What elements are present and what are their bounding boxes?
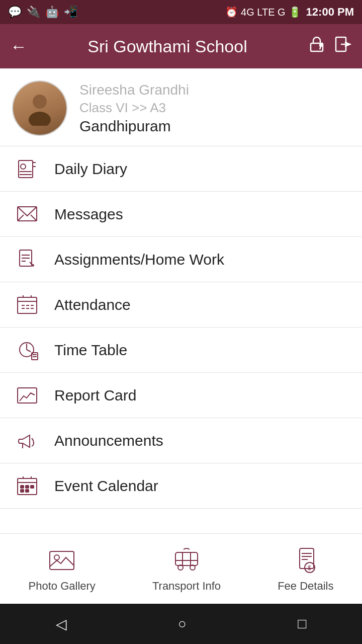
svg-line-2 (320, 46, 321, 49)
menu-item-event-calendar[interactable]: Event Calendar (0, 463, 362, 509)
attendance-icon (14, 292, 40, 318)
svg-point-5 (33, 95, 47, 109)
avatar (12, 80, 67, 136)
system-nav: ◁ ○ □ (0, 604, 362, 644)
app-bar: ← Sri Gowthami School (0, 24, 362, 68)
svg-point-6 (29, 112, 51, 126)
student-name: Sireesha Grandhi (79, 82, 189, 98)
svg-rect-45 (21, 490, 24, 492)
status-bar: 💬 🔌 🤖 📲 ⏰ 4G LTE G 🔋 12:00 PM (0, 0, 362, 24)
time-table-icon (14, 337, 40, 363)
alarm-icon: ⏰ (225, 6, 238, 18)
svg-rect-43 (26, 486, 29, 488)
announcements-icon (14, 428, 40, 454)
status-right: ⏰ 4G LTE G 🔋 12:00 PM (225, 6, 354, 19)
daily-diary-label: Daily Diary (54, 160, 127, 178)
svg-point-8 (21, 164, 26, 169)
logout-icon[interactable] (334, 35, 352, 57)
event-calendar-icon (14, 473, 40, 499)
sys-home-button[interactable]: ○ (173, 611, 192, 637)
report-card-icon (14, 382, 40, 409)
assignments-icon (14, 247, 40, 273)
photo-gallery-label: Photo Gallery (29, 580, 96, 593)
svg-rect-47 (50, 551, 74, 570)
event-calendar-label: Event Calendar (54, 477, 158, 495)
attendance-label: Attendance (54, 296, 131, 313)
svg-rect-42 (21, 486, 24, 488)
daily-diary-icon (14, 156, 40, 182)
svg-rect-46 (26, 490, 29, 492)
nav-fee-details[interactable]: $ Fee Details (267, 540, 343, 598)
svg-rect-36 (18, 388, 37, 403)
menu-item-assignments[interactable]: Assignments/Home Work (0, 237, 362, 282)
assignments-label: Assignments/Home Work (54, 251, 224, 268)
back-button[interactable]: ← (10, 37, 27, 56)
student-class: Class VI >> A3 (79, 100, 189, 116)
time-table-label: Time Table (54, 342, 127, 359)
menu-item-report-card[interactable]: Report Card (0, 373, 362, 418)
profile-info: Sireesha Grandhi Class VI >> A3 Gandhipu… (79, 82, 189, 135)
status-icons: 💬 🔌 🤖 📲 (8, 6, 77, 19)
svg-point-48 (54, 555, 59, 560)
lock-icon[interactable] (308, 35, 326, 57)
app-title: Sri Gowthami School (35, 37, 300, 56)
profile-section: Sireesha Grandhi Class VI >> A3 Gandhipu… (0, 68, 362, 146)
svg-rect-49 (175, 552, 198, 566)
sys-back-button[interactable]: ◁ (51, 611, 72, 637)
battery-icon: 🔋 (289, 6, 301, 18)
nav-transport-info[interactable]: Transport Info (142, 540, 231, 598)
fee-details-label: Fee Details (278, 580, 333, 593)
sys-recent-button[interactable]: □ (293, 611, 311, 637)
menu-item-messages[interactable]: Messages (0, 192, 362, 237)
transport-info-label: Transport Info (152, 580, 221, 593)
svg-line-32 (27, 350, 31, 352)
android-icon: 🤖 (45, 6, 59, 19)
nav-photo-gallery[interactable]: Photo Gallery (19, 540, 106, 598)
status-time: 12:00 PM (306, 6, 354, 19)
messages-icon (14, 201, 40, 227)
svg-line-14 (18, 215, 24, 221)
menu-item-daily-diary[interactable]: Daily Diary (0, 146, 362, 192)
bubble-icon: 💬 (8, 6, 22, 19)
transport-info-icon (171, 545, 202, 576)
menu-item-announcements[interactable]: Announcements (0, 418, 362, 463)
svg-point-1 (320, 44, 322, 46)
bottom-nav: Photo Gallery Transport Info $ (0, 533, 362, 604)
svg-text:$: $ (308, 565, 311, 572)
call-icon: 📲 (64, 6, 77, 19)
svg-line-15 (31, 215, 37, 221)
menu-list: Daily Diary Messages Assignments/Home Wo… (0, 146, 362, 533)
fee-details-icon: $ (291, 545, 321, 576)
svg-rect-55 (300, 548, 314, 569)
signal-text: 4G LTE G (241, 7, 286, 18)
usb-icon: 🔌 (27, 6, 40, 19)
student-school: Gandhipuram (79, 118, 189, 135)
announcements-label: Announcements (54, 432, 163, 449)
messages-label: Messages (54, 206, 123, 223)
menu-item-time-table[interactable]: Time Table (0, 328, 362, 373)
report-card-label: Report Card (54, 387, 136, 404)
svg-rect-44 (31, 486, 34, 488)
menu-item-attendance[interactable]: Attendance (0, 282, 362, 328)
photo-gallery-icon (47, 545, 77, 576)
